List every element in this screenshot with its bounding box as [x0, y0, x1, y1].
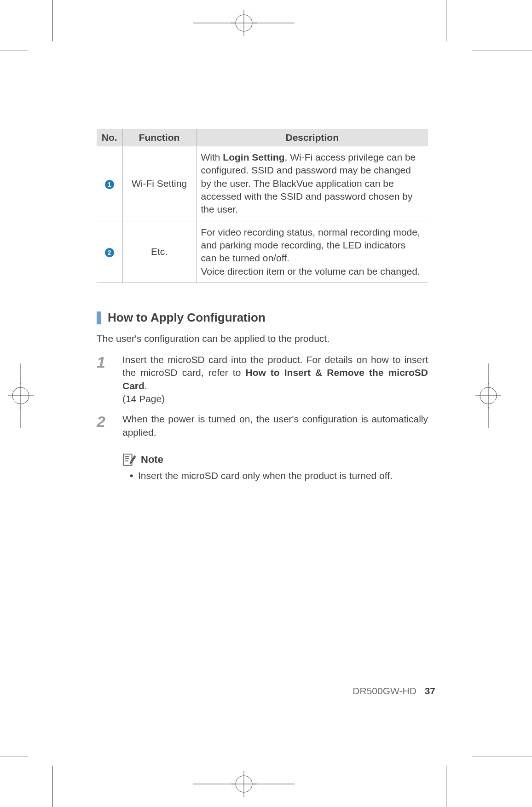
step-number: 1	[97, 353, 112, 405]
note-block: Note Insert the microSD card only when t…	[122, 453, 428, 481]
table-row: 1 Wi-Fi Setting With Login Setting, Wi-F…	[97, 146, 428, 221]
step-item: 2 When the power is turned on, the user'…	[97, 413, 428, 439]
note-item: Insert the microSD card only when the pr…	[138, 470, 428, 481]
section-title: How to Apply Configuration	[108, 311, 266, 325]
step-item: 1 Insert the microSD card into the produ…	[97, 353, 428, 405]
page-reference: (14 Page)	[122, 392, 428, 405]
note-list: Insert the microSD card only when the pr…	[122, 470, 428, 481]
table-row: 2 Etc. For video recording status, norma…	[97, 221, 428, 282]
th-function: Function	[122, 129, 196, 146]
heading-accent-bar	[97, 311, 101, 324]
row-function: Wi-Fi Setting	[122, 146, 196, 221]
th-description: Description	[196, 129, 428, 146]
row-number-badge: 1	[105, 180, 114, 189]
note-icon	[122, 453, 136, 467]
step-number: 2	[97, 413, 112, 439]
page-footer: DR500GW-HD 37	[353, 686, 435, 697]
footer-model: DR500GW-HD	[353, 686, 416, 696]
page-content: No. Function Description 1 Wi-Fi Setting…	[97, 129, 428, 481]
row-description: With Login Setting, Wi-Fi access privile…	[196, 146, 428, 221]
row-number-badge: 2	[105, 248, 114, 257]
row-function: Etc.	[122, 221, 196, 282]
row-description: For video recording status, normal recor…	[196, 221, 428, 282]
footer-page-number: 37	[425, 686, 435, 696]
step-body: When the power is turned on, the user's …	[122, 413, 428, 439]
note-label: Note	[141, 454, 163, 466]
th-no: No.	[97, 129, 122, 146]
step-body: Insert the microSD card into the product…	[122, 353, 428, 405]
function-table: No. Function Description 1 Wi-Fi Setting…	[97, 129, 428, 283]
section-intro: The user's configuration can be applied …	[97, 333, 428, 344]
section-heading: How to Apply Configuration	[97, 311, 428, 325]
